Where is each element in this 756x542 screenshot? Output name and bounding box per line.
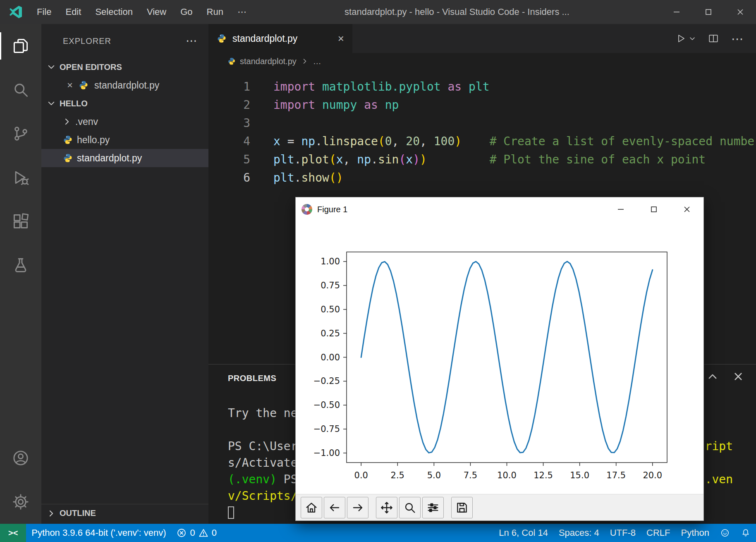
language-mode-status[interactable]: Python (676, 524, 715, 542)
menu-go[interactable]: Go (173, 0, 199, 24)
menu-edit[interactable]: Edit (58, 0, 88, 24)
activity-item-account[interactable] (0, 436, 41, 480)
figure-window-controls (604, 197, 703, 221)
configure-subplots-button[interactable] (422, 497, 444, 518)
tab-standardplot-py[interactable]: standardplot.py × (208, 24, 352, 53)
run-debug-icon (12, 168, 30, 187)
tab-label: standardplot.py (232, 33, 297, 44)
svg-text:17.5: 17.5 (606, 470, 626, 480)
feedback-status[interactable] (715, 524, 735, 542)
indentation-status[interactable]: Spaces: 4 (553, 524, 605, 542)
code-text (250, 114, 273, 132)
line-number: 6 (208, 169, 250, 187)
activity-item-testing[interactable] (0, 243, 41, 287)
menu-view[interactable]: View (140, 0, 173, 24)
tree-item-standardplot-py[interactable]: standardplot.py (41, 149, 208, 167)
tree-item-venv[interactable]: .venv (41, 113, 208, 131)
figure-window-title: Figure 1 (317, 205, 347, 214)
svg-text:0.50: 0.50 (321, 305, 340, 314)
terminal-output[interactable]: Try the ne PS C:\Users/Activate(.venv) P… (228, 405, 298, 521)
encoding-status[interactable]: UTF-8 (605, 524, 641, 542)
line-number: 4 (208, 132, 250, 151)
line-number: 5 (208, 151, 250, 169)
explorer-more-actions[interactable]: ⋯ (186, 37, 198, 45)
open-editor-item-standardplot[interactable]: × standardplot.py (41, 76, 208, 94)
menu-more[interactable]: ⋯ (230, 0, 254, 24)
code-line: 2import numpy as np (208, 96, 756, 114)
chevron-up-icon[interactable] (707, 371, 718, 382)
zoom-button[interactable] (399, 497, 421, 518)
problems-status[interactable]: 0 0 (171, 524, 222, 542)
tree-item-hello-py[interactable]: hello.py (41, 131, 208, 149)
floppy-icon (455, 501, 469, 514)
menu-selection[interactable]: Selection (88, 0, 140, 24)
remote-icon: >< (8, 528, 18, 538)
cursor-position-status[interactable]: Ln 6, Col 14 (493, 524, 553, 542)
terminal-text-fragment: ript (705, 438, 733, 455)
pan-button[interactable] (376, 497, 397, 518)
save-button[interactable] (451, 497, 473, 518)
activity-item-settings[interactable] (0, 480, 41, 524)
python-file-icon (63, 153, 73, 163)
svg-text:7.5: 7.5 (464, 470, 477, 480)
minimize-button[interactable] (660, 0, 692, 24)
menu-file[interactable]: File (30, 0, 58, 24)
sidebar-title-row: EXPLORER ⋯ (41, 24, 208, 58)
figure-plot-svg: 0.02.55.07.510.012.515.017.520.0−1.00−0.… (296, 221, 704, 494)
chevron-right-icon (47, 509, 55, 518)
terminal-line: (.venv) PS (228, 471, 298, 488)
figure-maximize-button[interactable] (637, 197, 670, 221)
svg-text:1.00: 1.00 (321, 257, 340, 266)
figure-canvas: 0.02.55.07.510.012.515.017.520.0−1.00−0.… (296, 221, 703, 494)
section-folder-hello[interactable]: HELLO (41, 94, 208, 113)
home-button[interactable] (301, 497, 322, 518)
section-outline[interactable]: OUTLINE (41, 504, 208, 522)
close-button[interactable] (724, 0, 756, 24)
code-line: 5plt.plot(x, np.sin(x)) # Plot the sine … (208, 151, 756, 169)
breadcrumb[interactable]: standardplot.py … (208, 53, 756, 70)
forward-button[interactable] (347, 497, 368, 518)
svg-text:12.5: 12.5 (534, 470, 553, 480)
menu-run[interactable]: Run (200, 0, 230, 24)
code-line: 3 (208, 114, 756, 132)
activity-item-run-debug[interactable] (0, 156, 41, 199)
figure-close-button[interactable] (670, 197, 703, 221)
tab-problems[interactable]: PROBLEMS (228, 374, 276, 383)
notifications-status[interactable] (735, 524, 756, 542)
status-right: Ln 6, Col 14 Spaces: 4 UTF-8 CRLF Python (493, 524, 756, 542)
split-editor-button[interactable] (708, 33, 719, 44)
figure-minimize-button[interactable] (604, 197, 637, 221)
svg-text:2.5: 2.5 (391, 470, 404, 480)
run-python-file-button[interactable] (676, 33, 696, 44)
matplotlib-icon (301, 204, 312, 215)
breadcrumb-more[interactable]: … (313, 57, 321, 66)
back-button[interactable] (324, 497, 345, 518)
close-editor-icon[interactable]: × (67, 80, 73, 90)
chevron-right-icon (301, 58, 309, 65)
activity-item-search[interactable] (0, 68, 41, 112)
remote-indicator[interactable]: >< (0, 524, 26, 542)
more-actions-button[interactable]: ⋯ (731, 31, 744, 46)
tab-close-icon[interactable]: × (338, 32, 344, 45)
terminal-line: v/Scripts/ (228, 488, 298, 504)
svg-text:0.25: 0.25 (321, 329, 340, 338)
activity-item-source-control[interactable] (0, 112, 41, 156)
terminal-cursor (228, 506, 234, 519)
activity-item-explorer[interactable] (0, 24, 41, 68)
activity-item-extensions[interactable] (0, 199, 41, 243)
terminal-line (228, 422, 298, 438)
warning-count: 0 (212, 528, 217, 538)
arrow-left-icon (328, 501, 341, 514)
maximize-button[interactable] (692, 0, 724, 24)
vscode-window: File Edit Selection View Go Run ⋯ standa… (0, 0, 756, 542)
status-bar: >< Python 3.9.6 64-bit ('.venv': venv) 0… (0, 524, 756, 542)
python-interpreter-status[interactable]: Python 3.9.6 64-bit ('.venv': venv) (26, 524, 171, 542)
terminal-line: Try the ne (228, 405, 298, 422)
figure-title-bar[interactable]: Figure 1 (296, 197, 703, 221)
section-open-editors[interactable]: OPEN EDITORS (41, 58, 208, 76)
close-panel-icon[interactable] (733, 371, 744, 382)
breadcrumb-file[interactable]: standardplot.py (240, 57, 297, 66)
svg-text:−0.25: −0.25 (313, 376, 340, 386)
svg-text:20.0: 20.0 (643, 470, 662, 480)
eol-status[interactable]: CRLF (641, 524, 675, 542)
